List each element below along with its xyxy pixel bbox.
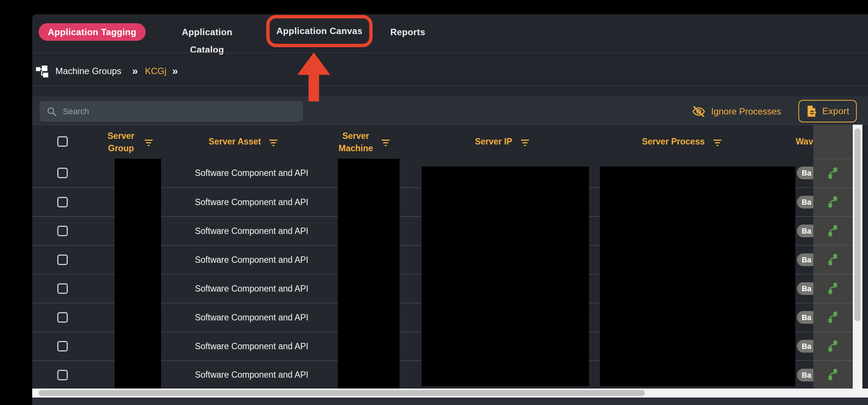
connection-icon[interactable] [827, 254, 838, 265]
filter-icon-server-group[interactable] [144, 140, 153, 146]
connection-icon[interactable] [827, 225, 838, 237]
main-panel: Application Tagging Application Catalog … [32, 14, 868, 405]
breadcrumb-current-kcgj[interactable]: KCGj [145, 64, 166, 78]
column-header-server-group: Server Group [98, 130, 143, 155]
server-asset-cell: Software Component and API [177, 303, 327, 332]
row-checkbox[interactable] [57, 370, 68, 380]
tab-application-tagging[interactable]: Application Tagging [39, 23, 146, 41]
server-asset-cell: Software Component and API [177, 274, 327, 303]
server-asset-cell: Software Component and API [177, 188, 327, 216]
export-label: Export [822, 106, 849, 116]
export-icon [806, 105, 817, 117]
connection-icon[interactable] [827, 311, 838, 323]
connection-icon[interactable] [827, 340, 838, 352]
search-box [40, 101, 303, 122]
pinned-actions-column [813, 125, 852, 389]
breadcrumb-divider [32, 86, 868, 86]
table-header [32, 125, 868, 159]
ignore-processes-label: Ignore Processes [711, 106, 781, 117]
filter-icon-server-asset[interactable] [269, 140, 278, 146]
column-header-wave: Wav [796, 135, 813, 148]
connection-icon[interactable] [827, 196, 838, 208]
red-annotation-arrow [294, 52, 336, 102]
column-header-server-ip: Server IP [456, 135, 531, 148]
server-asset-cell: Software Component and API [177, 332, 327, 360]
server-asset-cell: Software Component and API [177, 361, 327, 389]
row-checkbox[interactable] [57, 312, 68, 323]
filter-icon-server-machine[interactable] [381, 140, 390, 146]
search-icon [46, 106, 57, 117]
tab-application-catalog[interactable]: Application Catalog [165, 23, 249, 41]
export-button[interactable]: Export [798, 100, 857, 122]
breadcrumb-separator-2: » [172, 64, 178, 78]
server-asset-cell: Software Component and API [177, 246, 327, 274]
server-asset-cell: Software Component and API [177, 217, 327, 245]
horizontal-scrollbar-thumb[interactable] [39, 390, 645, 396]
redacted-server-ip-column [422, 167, 589, 386]
row-checkbox[interactable] [57, 168, 68, 178]
redacted-server-process-column [600, 167, 795, 386]
bottom-strip [32, 398, 868, 405]
eye-off-icon [692, 106, 705, 117]
filter-icon-server-ip[interactable] [521, 140, 529, 146]
red-highlight-box [266, 15, 373, 47]
app-window: Application Tagging Application Catalog … [0, 0, 868, 405]
search-input[interactable] [62, 106, 288, 117]
column-header-server-machine: Server Machine [333, 130, 378, 155]
row-checkbox[interactable] [57, 341, 68, 351]
row-checkbox[interactable] [57, 197, 68, 207]
row-checkbox[interactable] [57, 283, 68, 294]
machine-groups-icon [36, 64, 50, 79]
tab-reports[interactable]: Reports [382, 23, 434, 41]
vertical-scrollbar-thumb[interactable] [855, 128, 861, 321]
breadcrumb-separator: » [132, 64, 138, 78]
connection-icon[interactable] [827, 167, 838, 179]
redacted-server-group-column [115, 159, 161, 389]
column-header-server-asset: Server Asset [197, 135, 272, 148]
redacted-server-machine-column [338, 159, 400, 389]
breadcrumb-machine-groups[interactable]: Machine Groups [55, 64, 121, 78]
select-all-checkbox[interactable] [57, 136, 68, 147]
row-checkbox[interactable] [57, 255, 68, 265]
column-header-server-process: Server Process [636, 135, 711, 148]
server-asset-cell: Software Component and API [177, 159, 327, 188]
ignore-processes-button[interactable]: Ignore Processes [692, 101, 781, 122]
filter-icon-server-process[interactable] [713, 140, 722, 146]
connection-icon[interactable] [827, 283, 838, 294]
connection-icon[interactable] [827, 369, 838, 380]
nav-divider [32, 52, 868, 53]
row-checkbox[interactable] [57, 226, 68, 236]
